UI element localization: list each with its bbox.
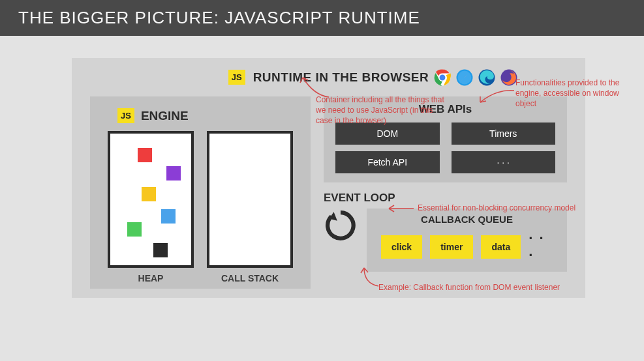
runtime-title: RUNTIME IN THE BROWSER [253, 70, 429, 85]
annotation-container: Container including all the things that … [316, 94, 446, 126]
svg-point-2 [440, 74, 446, 80]
slide-title: THE BIGGER PICTURE: JAVASCRIPT RUNTIME [18, 8, 420, 27]
js-badge-icon: JS [117, 108, 134, 123]
heap-block [153, 243, 168, 257]
annotation-callback: Example: Callback function from DOM even… [378, 282, 594, 293]
safari-icon [456, 69, 473, 86]
slide-canvas: JS RUNTIME IN THE BROWSER JS ENGINE [0, 36, 644, 304]
annotation-arrow-icon [476, 88, 515, 110]
engine-boxrow [102, 131, 299, 268]
slide-header: THE BIGGER PICTURE: JAVASCRIPT RUNTIME [0, 0, 644, 36]
annotation-arrow-icon [385, 204, 415, 216]
engine-title: ENGINE [141, 109, 189, 123]
annotation-arrow-icon [298, 72, 330, 101]
runtime-container: JS RUNTIME IN THE BROWSER JS ENGINE [72, 58, 585, 298]
engine-header: JS ENGINE [117, 108, 299, 123]
heap-block [138, 148, 152, 162]
api-item: Timers [452, 123, 556, 145]
webapis-grid: DOM Timers Fetch API · · · [335, 123, 555, 173]
loop-arrow-icon [324, 209, 358, 242]
engine-box: JS ENGINE HEAP CALL STACK [90, 96, 311, 289]
callback-item: click [381, 235, 422, 259]
heap-block [127, 222, 142, 237]
chrome-icon [434, 69, 451, 86]
annotation-eventloop: Essential for non-blocking concurrency m… [418, 203, 587, 213]
annotation-webapis: Functionalities provided to the engine, … [515, 78, 626, 109]
heap-block [166, 166, 181, 180]
callback-item: data [481, 235, 521, 259]
engine-labels: HEAP CALL STACK [102, 273, 299, 283]
svg-point-4 [458, 70, 472, 84]
edge-icon [478, 69, 495, 86]
heap-box [108, 131, 194, 268]
eventloop-title: EVENT LOOP [324, 192, 395, 205]
js-badge-icon: JS [228, 70, 245, 85]
callback-more: · · · [529, 230, 553, 264]
callstack-box [207, 131, 293, 268]
callstack-label: CALL STACK [207, 273, 293, 283]
callback-item: timer [430, 235, 473, 259]
api-item: · · · [452, 151, 556, 173]
annotation-arrow-icon [359, 264, 385, 290]
browser-icons-row [434, 69, 517, 86]
heap-block [142, 187, 156, 201]
callback-lower-row: CALLBACK QUEUE click timer data · · · [324, 209, 567, 272]
heap-block [161, 209, 176, 224]
api-item: Fetch API [335, 151, 440, 173]
callback-items-row: click timer data · · · [381, 230, 553, 264]
callback-queue-box: CALLBACK QUEUE click timer data · · · [367, 209, 567, 272]
heap-label: HEAP [108, 273, 194, 283]
